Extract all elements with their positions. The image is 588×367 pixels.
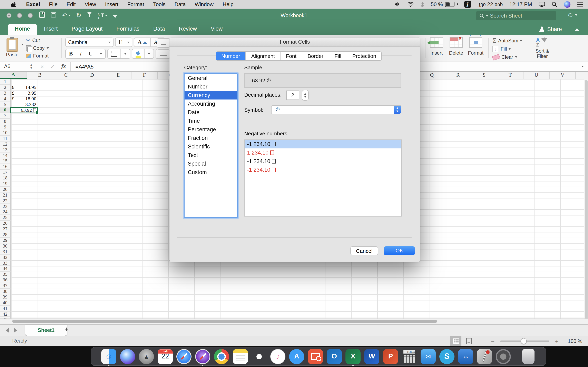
clear-button[interactable]: Clear [493,54,517,60]
row-header[interactable]: 26 [0,221,11,226]
excel-icon[interactable]: X [345,348,361,365]
mail-icon[interactable]: ✉ [420,348,436,365]
row-header[interactable]: 14 [0,153,11,158]
cell-A4[interactable]: £18.90 [11,96,38,102]
menu-item[interactable]: View [80,0,101,9]
bluetooth-icon[interactable] [421,1,424,7]
row-header[interactable]: 28 [0,232,11,238]
dialog-tab[interactable]: Font [281,52,302,60]
column-header[interactable]: D [79,72,105,79]
column-header[interactable]: E [105,72,131,79]
category-list-item[interactable]: Custom [185,168,237,176]
category-list-item[interactable]: Date [185,108,237,117]
column-header[interactable]: U [523,72,550,79]
page-layout-view-button[interactable] [463,336,475,346]
column-header[interactable]: A [0,72,27,79]
horizontal-scrollbar[interactable] [0,318,588,324]
borders-button[interactable] [108,49,121,58]
italic-button[interactable]: I [77,49,85,58]
underline-dropdown[interactable] [96,49,105,58]
share-button[interactable]: Share [539,26,562,32]
launchpad-icon[interactable]: ▲ [138,348,155,365]
row-header[interactable]: 18 [0,175,11,181]
category-list-item[interactable]: Scientific [185,142,237,151]
outlook-icon[interactable]: O [326,348,342,365]
column-header[interactable]: S [471,72,497,79]
fill-button[interactable]: ↓ Fill [493,46,511,52]
menu-item[interactable]: Insert [101,0,123,9]
row-header[interactable]: 6 [0,108,11,113]
name-box[interactable]: A6 ▲▼ [0,62,36,71]
symbol-select[interactable]: ₾ ▲▼ [271,105,401,114]
row-header[interactable]: 32 [0,255,11,260]
category-list-item[interactable]: Special [185,159,237,168]
paste-button[interactable]: Paste [4,38,20,58]
collapse-ribbon-button[interactable] [575,28,579,31]
remote-desktop-icon[interactable] [307,348,324,365]
column-header[interactable]: R [445,72,471,79]
siri-icon[interactable] [564,1,571,8]
row-header[interactable]: 16 [0,164,11,170]
zoom-slider[interactable] [500,340,549,342]
row-header[interactable]: 31 [0,249,11,255]
powerpoint-icon[interactable]: P [382,348,399,365]
add-sheet-button[interactable]: + [62,325,71,334]
airplay-display-icon[interactable] [539,2,545,7]
fill-color-dropdown[interactable] [145,49,154,58]
cell-A3[interactable]: £3.95 [11,91,38,96]
confirm-entry-icon[interactable]: ✓ [48,63,57,69]
category-list-item[interactable]: General [185,74,237,82]
menu-extra-app-icon[interactable]: ʃ [464,1,471,8]
row-header[interactable]: 24 [0,209,11,215]
dialog-tab[interactable]: Protection [347,52,381,60]
row-header[interactable]: 12 [0,142,11,147]
fill-handle[interactable] [35,111,39,114]
format-cells-button[interactable]: Format [467,37,485,56]
skype-icon[interactable]: S [439,348,455,365]
row-header[interactable]: 33 [0,260,11,266]
increase-font-button[interactable]: A [134,38,151,47]
insert-cells-button[interactable]: Insert [428,37,445,56]
row-header[interactable]: 34 [0,266,11,272]
cell-A5[interactable]: 3.382 [11,102,38,108]
row-header[interactable]: 20 [0,187,11,192]
ribbon-tab[interactable]: Review [172,24,204,35]
archive-utility-icon[interactable] [476,348,493,365]
word-icon[interactable]: W [364,348,380,365]
align-left-button[interactable] [157,49,170,59]
row-header[interactable]: 27 [0,226,11,232]
horizontal-scrollbar-thumb[interactable] [12,320,437,323]
row-header[interactable]: 42 [0,311,11,317]
row-header[interactable]: 2 [0,85,11,91]
menu-item[interactable]: Window [190,0,218,9]
wifi-icon[interactable] [407,2,414,7]
row-header[interactable]: 37 [0,283,11,289]
sheet-tab-active[interactable]: Sheet1 [25,325,67,336]
zoom-in-button[interactable]: + [555,338,559,345]
menu-item[interactable]: Tools [149,0,170,9]
cell-A2[interactable]: £14.95 [11,85,38,91]
column-header[interactable]: V [550,72,576,79]
menu-bar-date[interactable]: კვი 22 იან [477,1,503,7]
negative-format-option[interactable]: -1 234.10 [245,140,401,149]
cancel-entry-icon[interactable]: × [36,63,48,70]
ribbon-tab[interactable]: View [204,24,229,35]
row-header[interactable]: 35 [0,272,11,277]
row-header[interactable]: 10 [0,130,11,136]
dialog-tab[interactable]: Alignment [246,52,281,60]
apple-menu-icon[interactable] [7,0,22,9]
ribbon-tab[interactable]: Data [147,24,172,35]
decimal-places-field[interactable]: 2 [286,91,299,100]
category-list-item[interactable]: Fraction [185,134,237,142]
align-center-button[interactable] [157,38,170,48]
calculator-icon[interactable]: 3.141593 [401,348,417,365]
ribbon-tab[interactable]: Formulas [110,24,146,35]
bold-button[interactable]: B [66,49,77,58]
dialog-tab[interactable]: Fill [329,52,347,60]
cut-button[interactable]: ✂Cut [26,37,49,44]
app-store-icon[interactable]: A [288,348,305,365]
category-list-item[interactable]: Percentage [185,125,237,134]
menu-item[interactable]: Edit [62,0,80,9]
row-header[interactable]: 4 [0,96,11,102]
next-sheet-button[interactable] [14,328,17,333]
